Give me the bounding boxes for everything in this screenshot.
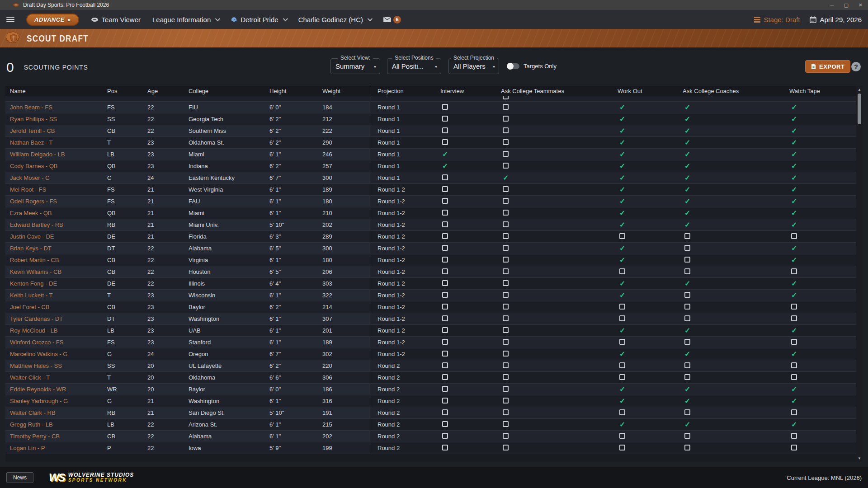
- checkbox[interactable]: [791, 339, 797, 345]
- check-icon[interactable]: ✓: [791, 186, 797, 193]
- check-icon[interactable]: ✓: [791, 350, 797, 358]
- check-icon[interactable]: ✓: [791, 115, 797, 123]
- checkbox[interactable]: [442, 174, 448, 180]
- player-name-link[interactable]: Nathan Baez - T: [10, 139, 107, 146]
- checkbox[interactable]: [442, 280, 448, 286]
- scroll-up-icon[interactable]: ▲: [856, 86, 863, 93]
- check-icon[interactable]: ✓: [684, 150, 690, 158]
- checkbox[interactable]: [442, 304, 448, 310]
- checkbox[interactable]: [791, 362, 797, 368]
- player-name-link[interactable]: Walter Click - T: [10, 374, 107, 381]
- checkbox[interactable]: [684, 268, 690, 274]
- player-name-link[interactable]: Mel Root - FS: [10, 186, 107, 193]
- checkbox[interactable]: [503, 304, 509, 310]
- checkbox[interactable]: [442, 186, 448, 192]
- check-icon[interactable]: ✓: [619, 186, 625, 193]
- check-icon[interactable]: ✓: [442, 150, 448, 158]
- player-name-link[interactable]: Marcelino Watkins - G: [10, 351, 107, 357]
- checkbox[interactable]: [503, 292, 509, 298]
- checkbox[interactable]: [442, 245, 448, 251]
- targets-only-toggle[interactable]: [507, 63, 519, 69]
- checkbox[interactable]: [619, 445, 625, 450]
- check-icon[interactable]: ✓: [684, 115, 690, 123]
- checkbox[interactable]: [684, 292, 690, 298]
- checkbox[interactable]: [503, 139, 509, 145]
- advance-button[interactable]: ADVANCE »: [26, 14, 79, 26]
- checkbox[interactable]: [684, 339, 690, 345]
- check-icon[interactable]: ✓: [619, 397, 625, 405]
- check-icon[interactable]: ✓: [619, 139, 625, 146]
- checkbox[interactable]: [503, 221, 509, 227]
- player-name-link[interactable]: Kenton Fong - DE: [10, 280, 107, 287]
- player-name-link[interactable]: William Delgado - LB: [10, 151, 107, 158]
- checkbox[interactable]: [503, 386, 509, 392]
- scroll-down-icon[interactable]: ▼: [856, 455, 863, 461]
- col-header-name[interactable]: Name: [10, 88, 107, 94]
- player-name-link[interactable]: Brian Keys - DT: [10, 245, 107, 252]
- checkbox[interactable]: [684, 362, 690, 368]
- player-name-link[interactable]: Ryan Phillips - SS: [10, 116, 107, 122]
- player-name-link[interactable]: Stanley Yarbrough - G: [10, 398, 107, 404]
- col-header-weight[interactable]: Weight: [322, 88, 370, 94]
- mail-button[interactable]: 6: [383, 16, 401, 23]
- checkbox[interactable]: [503, 351, 509, 357]
- player-name-link[interactable]: John Beam - FS: [10, 104, 107, 111]
- checkbox[interactable]: [442, 127, 448, 133]
- check-icon[interactable]: ✓: [619, 115, 625, 123]
- export-button[interactable]: EXPORT: [805, 60, 850, 73]
- checkbox[interactable]: [442, 445, 448, 450]
- col-header-watch-tape[interactable]: Watch Tape: [789, 88, 855, 94]
- checkbox[interactable]: [619, 362, 625, 368]
- check-icon[interactable]: ✓: [791, 244, 797, 252]
- check-icon[interactable]: ✓: [684, 186, 690, 193]
- check-icon[interactable]: ✓: [442, 162, 448, 170]
- menu-icon[interactable]: [6, 17, 14, 22]
- select-view-dropdown[interactable]: Select View: Summary ▾: [330, 58, 380, 74]
- check-icon[interactable]: ✓: [684, 197, 690, 205]
- player-name-link[interactable]: Odell Rogers - FS: [10, 198, 107, 205]
- check-icon[interactable]: ✓: [791, 103, 797, 111]
- select-positions-dropdown[interactable]: Select Positions All Positi... ▾: [387, 58, 441, 74]
- check-icon[interactable]: ✓: [619, 421, 625, 428]
- checkbox[interactable]: [442, 268, 448, 274]
- checkbox[interactable]: [791, 315, 797, 321]
- check-icon[interactable]: ✓: [619, 162, 625, 170]
- col-header-interview[interactable]: Interview: [440, 88, 501, 94]
- player-name-link[interactable]: Eddie Reynolds - WR: [10, 386, 107, 393]
- checkbox[interactable]: [503, 433, 509, 439]
- checkbox[interactable]: [791, 409, 797, 415]
- checkbox[interactable]: [791, 304, 797, 310]
- checkbox[interactable]: [442, 292, 448, 298]
- checkbox[interactable]: [503, 127, 509, 133]
- checkbox[interactable]: [619, 433, 625, 439]
- checkbox[interactable]: [442, 351, 448, 357]
- select-projection-dropdown[interactable]: Select Projection All Players ▾: [448, 58, 499, 74]
- minimize-icon[interactable]: ─: [830, 2, 834, 8]
- check-icon[interactable]: ✓: [619, 327, 625, 334]
- checkbox[interactable]: [442, 198, 448, 204]
- checkbox[interactable]: [442, 139, 448, 145]
- check-icon[interactable]: ✓: [684, 127, 690, 135]
- checkbox[interactable]: [503, 245, 509, 251]
- checkbox[interactable]: [619, 268, 625, 274]
- check-icon[interactable]: ✓: [791, 256, 797, 264]
- checkbox[interactable]: [442, 104, 448, 110]
- checkbox[interactable]: [684, 374, 690, 380]
- checkbox[interactable]: [442, 339, 448, 345]
- check-icon[interactable]: ✓: [619, 103, 625, 111]
- checkbox[interactable]: [503, 96, 509, 99]
- checkbox[interactable]: [503, 315, 509, 321]
- checkbox[interactable]: [503, 398, 509, 404]
- check-icon[interactable]: ✓: [684, 221, 690, 229]
- checkbox[interactable]: [684, 304, 690, 310]
- check-icon[interactable]: ✓: [684, 385, 690, 393]
- check-icon[interactable]: ✓: [684, 103, 690, 111]
- check-icon[interactable]: ✓: [791, 150, 797, 158]
- player-name-link[interactable]: Walter Clark - RB: [10, 409, 107, 416]
- check-icon[interactable]: ✓: [619, 174, 625, 182]
- check-icon[interactable]: ✓: [791, 385, 797, 393]
- col-header-height[interactable]: Height: [269, 88, 322, 94]
- check-icon[interactable]: ✓: [791, 162, 797, 170]
- col-header-work-out[interactable]: Work Out: [618, 88, 683, 94]
- news-button[interactable]: News: [6, 472, 33, 483]
